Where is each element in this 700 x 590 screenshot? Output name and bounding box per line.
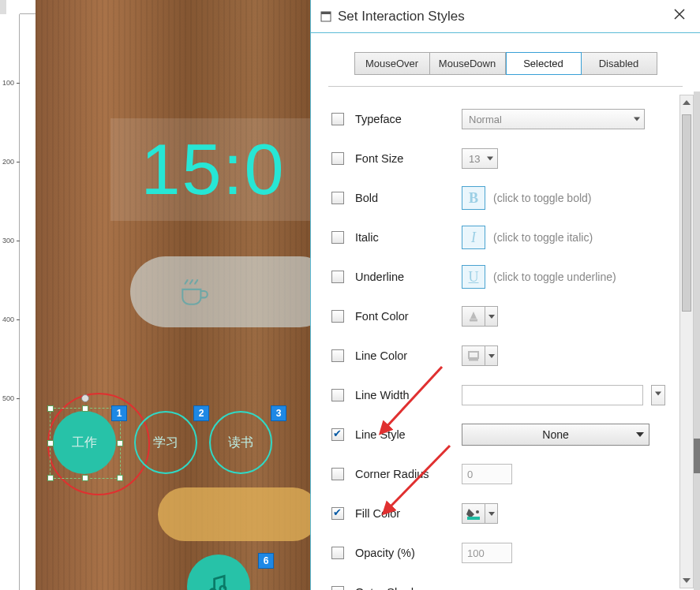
checkbox-linewidth[interactable]	[331, 389, 344, 401]
category-label: 读书	[228, 435, 253, 451]
footnote-badge[interactable]: 3	[271, 405, 286, 421]
category-circle-read[interactable]: 读书	[209, 411, 272, 474]
clock-panel[interactable]: 15:0	[110, 118, 316, 221]
linecolor-picker[interactable]	[462, 345, 498, 366]
resize-handle[interactable]	[47, 475, 54, 481]
design-canvas: 100 200 300 100 200 300 400 500 15:0 工作 …	[0, 0, 310, 590]
checkbox-fontsize[interactable]	[331, 152, 344, 165]
input-cornerradius[interactable]: 0	[462, 464, 512, 484]
row-fontsize: Font Size 13	[331, 139, 672, 178]
scrollbar[interactable]	[679, 95, 694, 588]
dialog-title: Set Interaction Styles	[338, 9, 465, 24]
label-linewidth: Line Width	[355, 389, 462, 401]
resize-handle[interactable]	[82, 405, 88, 412]
svg-point-5	[476, 510, 479, 513]
tab-mousedown[interactable]: MouseDown	[430, 52, 506, 75]
label-opacity: Opacity (%)	[355, 547, 462, 559]
resize-handle[interactable]	[82, 475, 88, 481]
dropdown-typeface[interactable]: Normal	[462, 109, 645, 129]
checkbox-cornerradius[interactable]	[331, 468, 344, 480]
input-opacity[interactable]: 100	[462, 543, 512, 563]
gold-pill[interactable]	[158, 487, 320, 541]
label-fontsize: Font Size	[355, 152, 462, 165]
row-underline: Underline U (click to toggle underline)	[331, 257, 672, 297]
checkbox-italic[interactable]	[331, 231, 344, 244]
label-cornerradius: Corner Radius	[355, 468, 462, 480]
break-pill[interactable]	[130, 256, 335, 327]
checkbox-fillcolor[interactable]	[331, 507, 344, 520]
svg-rect-4	[469, 352, 478, 358]
music-button[interactable]	[187, 555, 250, 590]
dialog-titlebar[interactable]: Set Interaction Styles	[311, 0, 700, 33]
row-outershadow: Outer Shadow	[331, 573, 672, 590]
tab-disabled[interactable]: Disabled	[582, 52, 657, 75]
resize-handle[interactable]	[117, 440, 123, 446]
fontcolor-picker[interactable]	[462, 306, 498, 327]
checkbox-linestyle[interactable]	[331, 428, 344, 441]
checkbox-underline[interactable]	[331, 271, 344, 283]
label-linestyle: Line Style	[355, 428, 462, 441]
dropdown-linestyle[interactable]: None	[462, 424, 649, 446]
hint-bold: (click to toggle bold)	[493, 192, 592, 204]
row-opacity: Opacity (%) 100	[331, 533, 672, 573]
footnote-badge[interactable]: 1	[111, 405, 127, 421]
svg-rect-3	[321, 12, 331, 14]
label-outershadow: Outer Shadow	[355, 586, 462, 590]
ruler-v-tick: 100	[2, 79, 14, 87]
dropdown-fontsize[interactable]: 13	[462, 148, 498, 169]
label-underline: Underline	[355, 271, 462, 283]
fillcolor-picker[interactable]	[462, 503, 498, 524]
label-italic: Italic	[355, 231, 462, 244]
dropdown-linewidth[interactable]	[651, 385, 665, 405]
checkbox-typeface[interactable]	[331, 113, 344, 125]
toggle-underline[interactable]: U	[462, 265, 485, 289]
resize-handle[interactable]	[47, 405, 54, 412]
footnote-badge[interactable]: 6	[258, 553, 274, 569]
tab-mouseover[interactable]: MouseOver	[354, 52, 430, 75]
ruler-v-tick: 500	[2, 394, 14, 402]
ruler-v-tick: 400	[2, 316, 14, 323]
clock-text: 15:0	[140, 129, 285, 211]
row-fillcolor: Fill Color	[331, 494, 672, 533]
linewidth-preview[interactable]	[462, 385, 643, 405]
row-bold: Bold B (click to toggle bold)	[331, 178, 672, 218]
scroll-down-button[interactable]	[680, 573, 693, 588]
checkbox-bold[interactable]	[331, 192, 344, 204]
toggle-bold[interactable]: B	[462, 186, 485, 210]
row-linecolor: Line Color	[331, 336, 672, 375]
hint-underline: (click to toggle underline)	[493, 271, 616, 283]
artboard[interactable]: 15:0 工作 学习 读书 1 2 3 6	[36, 0, 312, 590]
resize-handle[interactable]	[117, 475, 123, 481]
selection-box[interactable]	[50, 408, 121, 479]
divider	[328, 86, 683, 87]
category-label: 学习	[153, 435, 178, 451]
scroll-thumb[interactable]	[682, 114, 691, 312]
rotate-handle[interactable]	[81, 394, 89, 402]
edge-grabber[interactable]	[694, 439, 700, 473]
row-linewidth: Line Width	[331, 375, 672, 415]
checkbox-fontcolor[interactable]	[331, 310, 344, 323]
checkbox-outershadow[interactable]	[331, 586, 344, 590]
row-cornerradius: Corner Radius 0	[331, 454, 672, 494]
ruler-vertical[interactable]: 100 200 300 400 500	[0, 14, 20, 590]
resize-handle[interactable]	[47, 440, 54, 446]
toggle-italic[interactable]: I	[462, 226, 485, 249]
label-typeface: Typeface	[355, 113, 462, 125]
close-button[interactable]	[673, 8, 689, 24]
category-circle-study[interactable]: 学习	[134, 411, 197, 474]
checkbox-opacity[interactable]	[331, 547, 344, 559]
label-fillcolor: Fill Color	[355, 507, 462, 520]
footnote-badge[interactable]: 2	[193, 405, 209, 421]
properties-panel: Typeface Normal Font Size 13 Bold B (cli…	[311, 91, 678, 590]
label-linecolor: Line Color	[355, 349, 462, 362]
tab-selected[interactable]: Selected	[506, 52, 582, 75]
tab-bar: MouseOver MouseDown Selected Disabled	[311, 33, 700, 86]
row-typeface: Typeface Normal	[331, 99, 672, 139]
edge-strip	[694, 91, 700, 590]
row-linestyle: Line Style None	[331, 415, 672, 454]
svg-rect-6	[467, 517, 480, 520]
scroll-up-button[interactable]	[680, 95, 693, 110]
checkbox-linecolor[interactable]	[331, 349, 344, 362]
label-fontcolor: Font Color	[355, 310, 462, 323]
ruler-v-tick: 300	[2, 237, 14, 245]
